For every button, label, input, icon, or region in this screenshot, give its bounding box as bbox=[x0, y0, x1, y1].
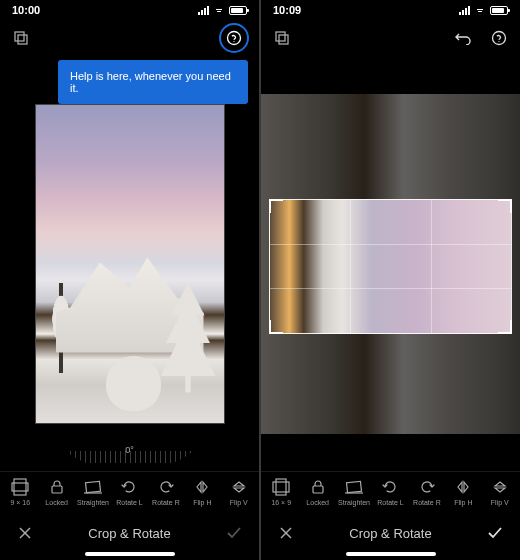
photo-preview bbox=[261, 94, 520, 434]
cancel-button[interactable] bbox=[275, 522, 297, 544]
phone-right: 10:09 bbox=[261, 0, 520, 560]
status-bar: 10:00 bbox=[0, 0, 259, 20]
tool-label: Rotate R bbox=[152, 499, 180, 506]
photo-canvas[interactable] bbox=[261, 56, 520, 471]
battery-icon bbox=[229, 6, 247, 15]
svg-rect-1 bbox=[18, 35, 27, 44]
aspect-icon bbox=[11, 478, 29, 496]
tool-label: Rotate L bbox=[377, 499, 403, 506]
status-time: 10:00 bbox=[12, 4, 40, 16]
crop-handle-br[interactable] bbox=[498, 320, 512, 334]
svg-rect-12 bbox=[279, 35, 288, 44]
battery-icon bbox=[490, 6, 508, 15]
crop-handle-bl[interactable] bbox=[269, 320, 283, 334]
tool-label: Straighten bbox=[338, 499, 370, 506]
svg-point-3 bbox=[233, 41, 234, 42]
tool-label: Flip V bbox=[230, 499, 248, 506]
svg-point-2 bbox=[228, 32, 241, 45]
tool-flip-v[interactable]: Flip V bbox=[221, 478, 257, 506]
crop-toolbar: 9 × 16 Locked Straighten Rotate L Rotate… bbox=[0, 471, 259, 512]
mode-title: Crop & Rotate bbox=[88, 526, 170, 541]
home-indicator[interactable] bbox=[346, 552, 436, 556]
help-tooltip: Help is here, whenever you need it. bbox=[58, 60, 248, 104]
cancel-button[interactable] bbox=[14, 522, 36, 544]
tool-straighten[interactable]: Straighten bbox=[75, 478, 111, 506]
photo-preview bbox=[35, 104, 225, 424]
status-indicators bbox=[459, 6, 508, 15]
tool-flip-h[interactable]: Flip H bbox=[445, 478, 481, 506]
tool-rotate-l[interactable]: Rotate L bbox=[372, 478, 408, 506]
tool-label: Flip V bbox=[491, 499, 509, 506]
tool-rotate-r[interactable]: Rotate R bbox=[148, 478, 184, 506]
wifi-icon bbox=[474, 6, 486, 15]
tool-rotate-l[interactable]: Rotate L bbox=[111, 478, 147, 506]
tool-label: Rotate L bbox=[116, 499, 142, 506]
copy-icon[interactable] bbox=[10, 27, 32, 49]
status-bar: 10:09 bbox=[261, 0, 520, 20]
tool-label: 9 × 16 bbox=[10, 499, 30, 506]
home-indicator[interactable] bbox=[85, 552, 175, 556]
svg-rect-11 bbox=[276, 32, 285, 41]
wifi-icon bbox=[213, 6, 225, 15]
status-indicators bbox=[198, 6, 247, 15]
help-icon[interactable] bbox=[488, 27, 510, 49]
tool-aspect[interactable]: 16 × 9 bbox=[263, 478, 299, 506]
svg-rect-0 bbox=[15, 32, 24, 41]
aspect-icon bbox=[272, 478, 290, 496]
confirm-button[interactable] bbox=[484, 522, 506, 544]
flip-v-icon bbox=[230, 478, 248, 496]
tool-flip-v[interactable]: Flip V bbox=[482, 478, 518, 506]
svg-rect-7 bbox=[86, 481, 101, 492]
tool-straighten[interactable]: Straighten bbox=[336, 478, 372, 506]
tool-label: Flip H bbox=[193, 499, 211, 506]
copy-icon[interactable] bbox=[271, 27, 293, 49]
angle-value: 0° bbox=[125, 445, 134, 455]
svg-point-13 bbox=[493, 32, 506, 45]
tool-aspect[interactable]: 9 × 16 bbox=[2, 478, 38, 506]
photo-canvas[interactable]: 0° bbox=[0, 56, 259, 471]
tool-label: Straighten bbox=[77, 499, 109, 506]
help-icon[interactable] bbox=[219, 23, 249, 53]
tool-label: 16 × 9 bbox=[271, 499, 291, 506]
flip-h-icon bbox=[193, 478, 211, 496]
flip-h-icon bbox=[454, 478, 472, 496]
svg-rect-4 bbox=[14, 479, 26, 495]
angle-dial[interactable]: 0° bbox=[50, 433, 210, 463]
lock-icon bbox=[48, 478, 66, 496]
straighten-icon bbox=[84, 478, 102, 496]
rotate-right-icon bbox=[418, 478, 436, 496]
tool-label: Flip H bbox=[454, 499, 472, 506]
tool-label: Rotate R bbox=[413, 499, 441, 506]
phone-left: 10:00 Help is here, whenever you need it… bbox=[0, 0, 259, 560]
svg-rect-15 bbox=[273, 482, 289, 492]
status-time: 10:09 bbox=[273, 4, 301, 16]
flip-v-icon bbox=[491, 478, 509, 496]
bottom-bar: Crop & Rotate bbox=[0, 512, 259, 550]
cellular-icon bbox=[198, 6, 209, 15]
crop-toolbar: 16 × 9 Locked Straighten Rotate L Rotate… bbox=[261, 471, 520, 512]
crop-handle-tl[interactable] bbox=[269, 199, 283, 213]
svg-point-14 bbox=[498, 41, 499, 42]
rotate-right-icon bbox=[157, 478, 175, 496]
tool-label: Locked bbox=[45, 499, 68, 506]
svg-rect-16 bbox=[276, 479, 286, 495]
rotate-left-icon bbox=[120, 478, 138, 496]
tool-flip-h[interactable]: Flip H bbox=[184, 478, 220, 506]
confirm-button[interactable] bbox=[223, 522, 245, 544]
bottom-bar: Crop & Rotate bbox=[261, 512, 520, 550]
crop-box[interactable] bbox=[269, 199, 512, 334]
lock-icon bbox=[309, 478, 327, 496]
cellular-icon bbox=[459, 6, 470, 15]
tool-locked[interactable]: Locked bbox=[299, 478, 335, 506]
undo-icon[interactable] bbox=[452, 27, 474, 49]
svg-rect-6 bbox=[52, 486, 62, 493]
straighten-icon bbox=[345, 478, 363, 496]
tool-label: Locked bbox=[306, 499, 329, 506]
mode-title: Crop & Rotate bbox=[349, 526, 431, 541]
top-bar bbox=[261, 20, 520, 56]
tool-rotate-r[interactable]: Rotate R bbox=[409, 478, 445, 506]
crop-handle-tr[interactable] bbox=[498, 199, 512, 213]
tool-locked[interactable]: Locked bbox=[38, 478, 74, 506]
rotate-left-icon bbox=[381, 478, 399, 496]
top-bar bbox=[0, 20, 259, 56]
